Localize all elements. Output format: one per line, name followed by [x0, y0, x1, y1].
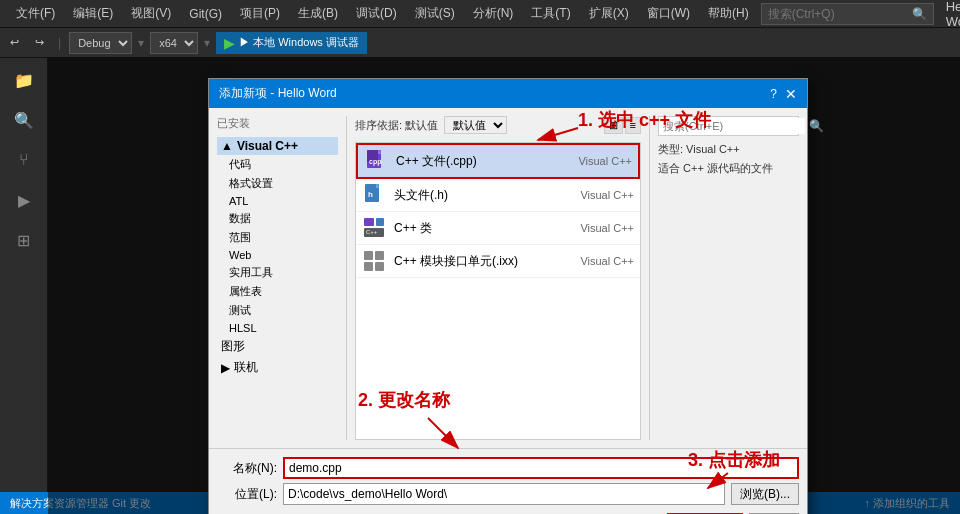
debug-config-select[interactable]: Debug [69, 32, 132, 54]
dialog-close-button[interactable]: ✕ [785, 86, 797, 102]
content-area: 添加新项 - Hello Word ? ✕ 已安装 ▲ Visual C++ 代… [48, 58, 960, 514]
file-item-class[interactable]: C++ C++ 类 Visual C++ [356, 212, 640, 245]
sidebar-search[interactable]: 🔍 [6, 102, 42, 138]
tree-item-scope[interactable]: 范围 [217, 228, 338, 247]
location-row: 位置(L): 浏览(B)... [217, 483, 799, 505]
play-icon: ▶ [224, 35, 235, 51]
h-file-type: Visual C++ [544, 189, 634, 201]
tree-item-atl[interactable]: ATL [217, 193, 338, 209]
sidebar-git[interactable]: ⑂ [6, 142, 42, 178]
sidebar-explorer[interactable]: 📁 [6, 62, 42, 98]
toolbar-undo[interactable]: ↩ [4, 34, 25, 51]
class-file-name: C++ 类 [394, 220, 536, 237]
location-input[interactable] [283, 483, 725, 505]
menu-window[interactable]: 窗口(W) [639, 3, 698, 24]
menu-debug[interactable]: 调试(D) [348, 3, 405, 24]
tree-item-format[interactable]: 格式设置 [217, 174, 338, 193]
menu-tools[interactable]: 工具(T) [523, 3, 578, 24]
menu-analyze[interactable]: 分析(N) [465, 3, 522, 24]
svg-text:cpp: cpp [369, 158, 381, 166]
menu-edit[interactable]: 编辑(E) [65, 3, 121, 24]
search-icon: 🔍 [912, 7, 927, 21]
sort-select[interactable]: 默认值 [444, 116, 507, 134]
dialog-help-icon[interactable]: ? [770, 87, 777, 101]
tree-item-data[interactable]: 数据 [217, 209, 338, 228]
file-type-panel: 排序依据: 默认值 默认值 ⊞ ≡ [347, 116, 649, 440]
menu-build[interactable]: 生成(B) [290, 3, 346, 24]
cpp-file-type: Visual C++ [542, 155, 632, 167]
svg-rect-9 [364, 218, 374, 226]
svg-rect-15 [364, 262, 373, 271]
footer-bottom: 显示来源程序(O) 添加(A) 取消 [217, 509, 799, 514]
svg-rect-10 [376, 218, 384, 226]
ixx-file-name: C++ 模块接口单元(.ixx) [394, 253, 536, 270]
tree-item-hlsl[interactable]: HLSL [217, 320, 338, 336]
svg-rect-16 [375, 262, 384, 271]
toolbar-redo[interactable]: ↪ [29, 34, 50, 51]
class-file-type: Visual C++ [544, 222, 634, 234]
installed-label: 已安装 [217, 116, 338, 131]
cpp-file-icon: cpp [364, 149, 388, 173]
run-label: ▶ 本地 Windows 调试器 [239, 35, 359, 50]
tree-item-online[interactable]: ▶ 联机 [217, 357, 338, 378]
toolbar: ↩ ↪ | Debug ▾ x64 ▾ ▶ ▶ 本地 Windows 调试器 [0, 28, 960, 58]
menu-view[interactable]: 视图(V) [123, 3, 179, 24]
window-title: Hello Word [946, 0, 960, 29]
sidebar-debug[interactable]: ▶ [6, 182, 42, 218]
right-search-box[interactable]: 🔍 [658, 116, 799, 136]
right-search-input[interactable] [659, 118, 805, 134]
type-description: 适合 C++ 源代码的文件 [658, 161, 799, 176]
h-file-icon: h [362, 183, 386, 207]
menu-test[interactable]: 测试(S) [407, 3, 463, 24]
run-button[interactable]: ▶ ▶ 本地 Windows 调试器 [216, 32, 367, 54]
name-label: 名称(N): [217, 460, 277, 477]
file-item-h[interactable]: h 头文件(.h) Visual C++ [356, 179, 640, 212]
menu-project[interactable]: 项目(P) [232, 3, 288, 24]
h-file-name: 头文件(.h) [394, 187, 536, 204]
menu-git[interactable]: Git(G) [181, 5, 230, 23]
category-panel: 已安装 ▲ Visual C++ 代码 格式设置 ATL 数据 范围 Web 实… [217, 116, 347, 440]
class-file-icon: C++ [362, 216, 386, 240]
menu-file[interactable]: 文件(F) [8, 3, 63, 24]
svg-rect-13 [364, 251, 373, 260]
sidebar-extensions[interactable]: ⊞ [6, 222, 42, 258]
description-panel: 🔍 类型: Visual C++ 适合 C++ 源代码的文件 [649, 116, 799, 440]
svg-rect-14 [375, 251, 384, 260]
tree-item-code[interactable]: 代码 [217, 155, 338, 174]
sidebar: 📁 🔍 ⑂ ▶ ⊞ [0, 58, 48, 514]
search-input[interactable] [768, 7, 908, 21]
browse-button[interactable]: 浏览(B)... [731, 483, 799, 505]
ixx-file-type: Visual C++ [544, 255, 634, 267]
ixx-file-icon [362, 249, 386, 273]
sort-list-icon[interactable]: ≡ [625, 117, 641, 134]
right-search-icon[interactable]: 🔍 [805, 117, 828, 135]
add-new-item-dialog: 添加新项 - Hello Word ? ✕ 已安装 ▲ Visual C++ 代… [208, 78, 808, 514]
file-item-ixx[interactable]: C++ 模块接口单元(.ixx) Visual C++ [356, 245, 640, 278]
global-search[interactable]: 🔍 [761, 3, 934, 25]
menu-help[interactable]: 帮助(H) [700, 3, 757, 24]
tree-item-propsheet[interactable]: 属性表 [217, 282, 338, 301]
sort-icons: ⊞ ≡ [604, 117, 641, 134]
tree-item-web[interactable]: Web [217, 247, 338, 263]
tree-item-graphics[interactable]: 图形 [217, 336, 338, 357]
name-input[interactable] [283, 457, 799, 479]
location-label: 位置(L): [217, 486, 277, 503]
sort-grid-icon[interactable]: ⊞ [604, 117, 623, 134]
dialog-body: 已安装 ▲ Visual C++ 代码 格式设置 ATL 数据 范围 Web 实… [209, 108, 807, 448]
tree-item-visual-cpp[interactable]: ▲ Visual C++ [217, 137, 338, 155]
sort-label: 排序依据: 默认值 [355, 118, 438, 133]
svg-text:h: h [368, 190, 373, 199]
file-type-list: cpp C++ 文件(.cpp) Visual C++ [355, 142, 641, 440]
sort-bar: 排序依据: 默认值 默认值 ⊞ ≡ [355, 116, 641, 134]
tree-item-utility[interactable]: 实用工具 [217, 263, 338, 282]
dialog-title: 添加新项 - Hello Word [219, 85, 337, 102]
file-item-cpp[interactable]: cpp C++ 文件(.cpp) Visual C++ [356, 143, 640, 179]
type-label: 类型: Visual C++ [658, 142, 799, 157]
menu-extensions[interactable]: 扩展(X) [581, 3, 637, 24]
cpp-file-name: C++ 文件(.cpp) [396, 153, 534, 170]
platform-select[interactable]: x64 [150, 32, 198, 54]
tree-item-test[interactable]: 测试 [217, 301, 338, 320]
menubar: 文件(F) 编辑(E) 视图(V) Git(G) 项目(P) 生成(B) 调试(… [0, 0, 960, 28]
main-area: 📁 🔍 ⑂ ▶ ⊞ 添加新项 - Hello Word ? ✕ 已安装 [0, 58, 960, 514]
dialog-footer: 名称(N): 位置(L): 浏览(B)... 显示来源程序(O) 添加(A) 取… [209, 448, 807, 514]
